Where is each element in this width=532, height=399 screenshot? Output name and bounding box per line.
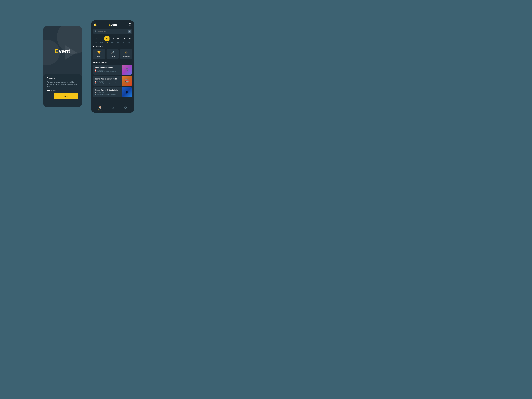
event-img-emoji-1: 🎵 bbox=[122, 65, 132, 75]
event-title-2: Sports Meet in Galaxy Field bbox=[95, 78, 120, 80]
cal-day-thu[interactable]: 14 Thu bbox=[116, 36, 121, 43]
concert-icon: 🎤 bbox=[111, 51, 114, 55]
onboarding-headline: Events! bbox=[47, 77, 78, 80]
app-logo-rest: vent bbox=[111, 23, 117, 26]
next-button[interactable]: Next bbox=[54, 93, 78, 99]
cal-day-wed[interactable]: 13 Wed bbox=[110, 36, 115, 43]
cal-day-name-thu: Thu bbox=[117, 42, 119, 43]
cal-day-sat[interactable]: 16 Sat bbox=[127, 36, 132, 43]
cal-day-name-mon: Mon bbox=[100, 42, 103, 43]
logo-e-letter: E bbox=[55, 48, 59, 54]
cal-day-mon[interactable]: 11 Mon bbox=[99, 36, 104, 43]
cal-day-name-wed: Wed bbox=[111, 42, 114, 43]
dot-3 bbox=[53, 90, 54, 91]
svg-rect-3 bbox=[130, 25, 131, 25]
event-title-3: Bitcoin Events & Blockchain bbox=[95, 89, 120, 91]
onboarding-screen: Event Events! There's a lot happening ar… bbox=[43, 26, 82, 107]
dot-2 bbox=[51, 90, 52, 91]
cal-day-name-tue: Tue bbox=[106, 42, 108, 43]
search-bar[interactable]: ✕ bbox=[93, 29, 132, 34]
event-card-1[interactable]: Youth Music in Galleria 📅 Jan 12, 2019 📍… bbox=[93, 65, 132, 75]
search-input[interactable] bbox=[98, 30, 127, 32]
event-location-1: 📍 Greenfields, Sector 42, Faridabad bbox=[95, 71, 120, 72]
event-card-2[interactable]: Sports Meet in Galaxy Field 📅 Jan 12, 20… bbox=[93, 76, 132, 86]
svg-rect-1 bbox=[130, 23, 131, 24]
education-label: Education bbox=[123, 56, 130, 57]
education-icon: 🎓 bbox=[124, 51, 128, 55]
cal-day-name-fri: Fri bbox=[123, 42, 125, 43]
event-info-1: Youth Music in Galleria 📅 Jan 12, 2019 📍… bbox=[93, 65, 122, 75]
event-info-3: Bitcoin Events & Blockchain 📅 Jan 12, 20… bbox=[93, 87, 122, 97]
search-clear-button[interactable]: ✕ bbox=[128, 30, 131, 33]
event-img-emoji-3: ₿ bbox=[122, 87, 132, 97]
event-date-2: 📅 Jan 12, 2019 bbox=[95, 81, 120, 82]
onboarding-subtext: There's a lot happening around you! Our … bbox=[47, 81, 78, 88]
cal-day-num-11: 11 bbox=[99, 36, 104, 41]
nav-search[interactable] bbox=[112, 106, 114, 110]
all-events-label: All Events bbox=[91, 45, 134, 49]
search-icon bbox=[95, 30, 96, 32]
grid-menu-icon[interactable] bbox=[129, 23, 132, 26]
sports-icon: 🏆 bbox=[97, 51, 101, 55]
event-title-1: Youth Music in Galleria bbox=[95, 67, 120, 69]
event-date-1: 📅 Jan 12, 2019 bbox=[95, 69, 120, 71]
event-date-3: 📅 Jan 12, 2019 bbox=[95, 92, 120, 93]
app-header: 🔔 Event bbox=[91, 20, 134, 28]
home-icon: 🏠 bbox=[99, 106, 102, 109]
event-image-3: ₿ bbox=[122, 87, 132, 97]
logo-rest: vent bbox=[59, 48, 70, 54]
back-button[interactable]: ← bbox=[47, 94, 52, 99]
popular-events-label: Popular Events bbox=[91, 61, 134, 65]
event-card-3[interactable]: Bitcoin Events & Blockchain 📅 Jan 12, 20… bbox=[93, 87, 132, 97]
onboarding-logo-area: Event bbox=[43, 48, 82, 54]
cal-day-num-16: 16 bbox=[127, 36, 132, 41]
svg-line-7 bbox=[114, 108, 114, 109]
star-icon bbox=[124, 106, 127, 110]
calendar-icon-3: 📅 bbox=[95, 92, 96, 93]
location-icon-2: 📍 bbox=[95, 82, 96, 84]
cal-day-sun[interactable]: 10 Sun bbox=[93, 36, 98, 43]
event-image-2: 🏟️ bbox=[122, 76, 132, 86]
category-sports[interactable]: 🏆 Sports bbox=[93, 49, 105, 59]
dot-4 bbox=[54, 90, 56, 91]
app-logo: Event bbox=[108, 23, 117, 27]
calendar-strip: 10 Sun 11 Mon 12 Tue 13 Wed 14 Thu 15 Fr… bbox=[91, 36, 134, 45]
nav-home[interactable]: 🏠 Home bbox=[98, 106, 102, 111]
cal-day-num-14: 14 bbox=[116, 36, 121, 41]
events-list: Youth Music in Galleria 📅 Jan 12, 2019 📍… bbox=[91, 65, 134, 97]
location-icon-1: 📍 bbox=[95, 71, 96, 72]
event-meta-3: 📅 Jan 12, 2019 📍 Greenfields, Sector 42,… bbox=[95, 92, 120, 95]
categories-row: 🏆 Sports 🎤 Concert 🎓 Education bbox=[91, 49, 134, 61]
event-meta-2: 📅 Jan 12, 2019 📍 Greenfields, Sector 42,… bbox=[95, 81, 120, 84]
event-info-2: Sports Meet in Galaxy Field 📅 Jan 12, 20… bbox=[93, 76, 122, 86]
cal-day-num-10: 10 bbox=[93, 36, 98, 41]
onboarding-nav: ← Next bbox=[47, 93, 78, 99]
svg-rect-2 bbox=[129, 25, 130, 25]
app-logo-e: E bbox=[108, 23, 111, 26]
cal-day-tue[interactable]: 12 Tue bbox=[104, 36, 109, 43]
onboarding-logo: Event bbox=[43, 48, 82, 54]
cal-day-num-12: 12 bbox=[104, 36, 109, 41]
bottom-navigation: 🏠 Home bbox=[91, 104, 134, 113]
event-meta-1: 📅 Jan 12, 2019 📍 Greenfields, Sector 42,… bbox=[95, 69, 120, 72]
event-img-emoji-2: 🏟️ bbox=[122, 76, 132, 86]
home-label: Home bbox=[98, 109, 102, 111]
concert-label: Concert bbox=[110, 56, 115, 57]
onboarding-bottom: Events! There's a lot happening around y… bbox=[43, 74, 82, 107]
calendar-icon-1: 📅 bbox=[95, 69, 96, 71]
category-education[interactable]: 🎓 Education bbox=[120, 49, 132, 59]
cal-day-fri[interactable]: 15 Fri bbox=[121, 36, 126, 43]
calendar-icon-2: 📅 bbox=[95, 81, 96, 82]
cal-day-name-sun: Sun bbox=[95, 42, 97, 43]
pagination-dots bbox=[47, 90, 78, 91]
sports-label: Sports bbox=[97, 56, 101, 57]
event-location-3: 📍 Greenfields, Sector 42, Faridabad bbox=[95, 94, 120, 95]
svg-line-5 bbox=[96, 31, 96, 32]
nav-favorites[interactable] bbox=[124, 106, 127, 110]
cal-day-num-15: 15 bbox=[121, 36, 126, 41]
category-concert[interactable]: 🎤 Concert bbox=[107, 49, 119, 59]
bell-icon[interactable]: 🔔 bbox=[94, 23, 97, 26]
svg-point-6 bbox=[112, 107, 114, 108]
cal-day-name-sat: Sat bbox=[128, 42, 130, 43]
search-nav-icon bbox=[112, 106, 114, 110]
